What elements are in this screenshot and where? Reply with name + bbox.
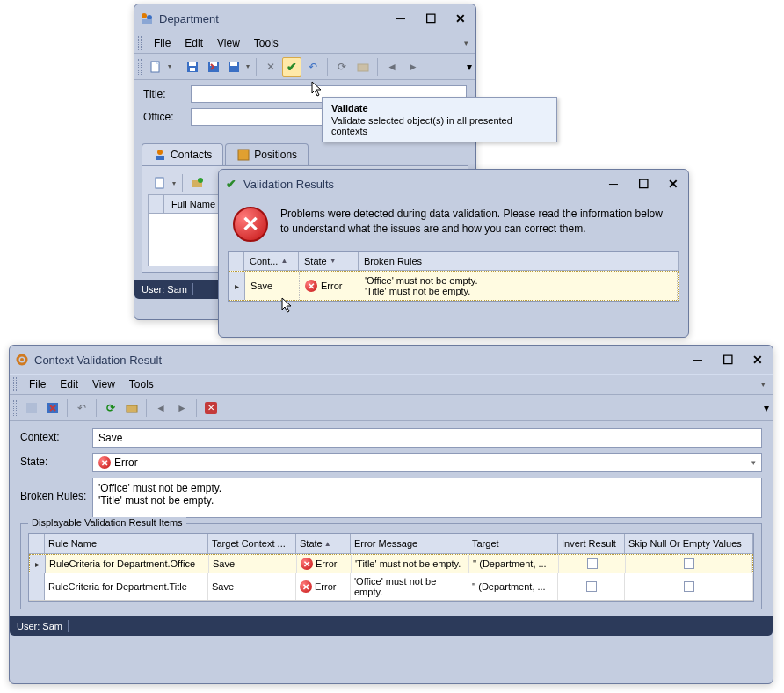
cell-invert[interactable]	[558, 573, 625, 600]
cell-context: Save	[245, 272, 300, 300]
col-broken-rules[interactable]: Broken Rules	[359, 252, 679, 270]
col-error-message[interactable]: Error Message	[351, 534, 468, 553]
menubar-grip[interactable]	[138, 36, 142, 50]
col-invert-result[interactable]: Invert Result	[558, 534, 625, 553]
toolbar-overflow[interactable]: ▾	[764, 402, 769, 414]
save-button[interactable]	[183, 57, 202, 77]
tab-contacts[interactable]: Contacts	[142, 143, 223, 165]
save-close-button[interactable]	[204, 57, 223, 77]
sort-asc-icon: ▲	[324, 540, 331, 548]
menu-view[interactable]: View	[210, 35, 247, 51]
menu-tools[interactable]: Tools	[122, 376, 161, 392]
contacts-icon	[153, 148, 167, 162]
toolbar: ↶ ⟳ ◄ ► ✕ ▾	[10, 395, 773, 421]
error-small-icon: ✕	[301, 558, 313, 570]
grid-row[interactable]: ▸ RuleCriteria for Department.Office Sav…	[29, 554, 753, 573]
checkbox[interactable]	[684, 581, 694, 592]
col-target-context[interactable]: Target Context ...	[208, 534, 296, 553]
refresh-button[interactable]: ⟳	[332, 57, 352, 77]
next-button[interactable]: ►	[172, 398, 192, 418]
close-button[interactable]: ✕	[748, 352, 767, 368]
prev-button[interactable]: ◄	[382, 57, 402, 77]
col-target[interactable]: Target	[468, 534, 558, 553]
mini-new-button[interactable]	[151, 173, 178, 193]
cell-invert[interactable]	[559, 555, 626, 573]
grid-row[interactable]: RuleCriteria for Department.Title Save ✕…	[29, 573, 753, 601]
save-close-button[interactable]	[43, 398, 62, 418]
titlebar[interactable]: ✔ Validation Results ─ ☐ ✕	[219, 170, 688, 198]
close-record-button[interactable]: ✕	[201, 398, 221, 418]
maximize-button[interactable]: ☐	[421, 11, 440, 26]
group-title: Displayable Validation Result Items	[28, 517, 186, 528]
menu-view[interactable]: View	[85, 376, 122, 392]
menu-edit[interactable]: Edit	[178, 35, 210, 51]
menubar-overflow[interactable]: ▾	[461, 39, 472, 47]
col-context[interactable]: Cont... ▲	[244, 252, 299, 270]
broken-rules-field[interactable]: 'Office' must not be empty. 'Title' must…	[92, 478, 762, 518]
menu-edit[interactable]: Edit	[53, 376, 85, 392]
col-state[interactable]: State ▲	[296, 534, 351, 553]
refresh-button[interactable]: ⟳	[101, 398, 120, 418]
checkbox[interactable]	[587, 558, 598, 569]
menu-file[interactable]: File	[22, 376, 53, 392]
svg-rect-13	[156, 156, 164, 160]
checkbox[interactable]	[586, 581, 597, 592]
minimize-button[interactable]: ─	[604, 176, 623, 192]
titlebar[interactable]: Department ─ ☐ ✕	[134, 4, 475, 33]
undo-button[interactable]: ↶	[303, 57, 323, 77]
minimize-button[interactable]: ─	[391, 11, 410, 26]
toolbar-grip[interactable]	[138, 59, 142, 75]
cell-rule-name: RuleCriteria for Department.Title	[45, 573, 208, 600]
gear-icon	[15, 353, 29, 367]
grid-row[interactable]: ▸ Save ✕ Error 'Office' must not be empt…	[229, 271, 679, 301]
open-button[interactable]	[353, 57, 373, 77]
undo-button[interactable]: ↶	[72, 398, 91, 418]
cell-error-message: 'Title' must not be empty.	[352, 555, 469, 573]
menu-file[interactable]: File	[147, 35, 178, 51]
minimize-button[interactable]: ─	[688, 352, 708, 368]
positions-icon	[236, 148, 250, 162]
validate-tooltip: Validate Validate selected object(s) in …	[322, 97, 557, 142]
context-label: Context:	[20, 428, 92, 443]
toolbar-overflow[interactable]: ▾	[467, 61, 472, 73]
prev-button[interactable]: ◄	[151, 398, 171, 418]
context-field[interactable]: Save	[92, 428, 762, 448]
open-button[interactable]	[122, 398, 142, 418]
checkbox[interactable]	[684, 558, 694, 569]
next-button[interactable]: ►	[403, 57, 423, 77]
tab-positions[interactable]: Positions	[225, 143, 309, 165]
row-indicator-icon: ▸	[30, 555, 46, 573]
toolbar: ✕ ✔ ↶ ⟳ ◄ ► ▾	[134, 54, 475, 80]
validation-message: Problems were detected during data valid…	[280, 207, 674, 237]
maximize-button[interactable]: ☐	[634, 176, 653, 192]
new-button[interactable]	[147, 57, 173, 77]
cell-skip[interactable]	[626, 555, 752, 573]
svg-rect-10	[230, 62, 237, 66]
status-user: User: Sam	[17, 621, 62, 631]
menubar: File Edit View Tools ▾	[10, 374, 773, 395]
menubar-grip[interactable]	[13, 377, 17, 391]
toolbar-grip[interactable]	[13, 400, 17, 416]
menubar-overflow[interactable]: ▾	[758, 380, 769, 389]
validate-button[interactable]: ✔	[282, 57, 301, 77]
cell-skip[interactable]	[625, 573, 753, 600]
mini-add-button[interactable]	[187, 173, 207, 193]
svg-point-17	[198, 178, 203, 183]
close-button[interactable]: ✕	[664, 176, 683, 192]
menu-tools[interactable]: Tools	[247, 35, 286, 51]
col-skip-null[interactable]: Skip Null Or Empty Values	[625, 534, 753, 553]
titlebar[interactable]: Context Validation Result ─ ☐ ✕	[10, 346, 773, 374]
delete-button[interactable]: ✕	[261, 57, 280, 77]
save-dropdown[interactable]	[225, 57, 251, 77]
error-small-icon: ✕	[300, 580, 312, 593]
svg-rect-15	[156, 178, 163, 188]
state-field[interactable]: ✕ Error	[92, 453, 762, 472]
save-button[interactable]	[22, 398, 41, 418]
broken-rules-label: Broken Rules:	[20, 478, 92, 502]
close-button[interactable]: ✕	[451, 11, 470, 26]
svg-rect-22	[127, 405, 137, 412]
col-state[interactable]: State ▼	[299, 252, 359, 270]
maximize-button[interactable]: ☐	[718, 352, 737, 368]
cell-rule-name: RuleCriteria for Department.Office	[46, 555, 209, 573]
col-rule-name[interactable]: Rule Name	[45, 534, 208, 553]
